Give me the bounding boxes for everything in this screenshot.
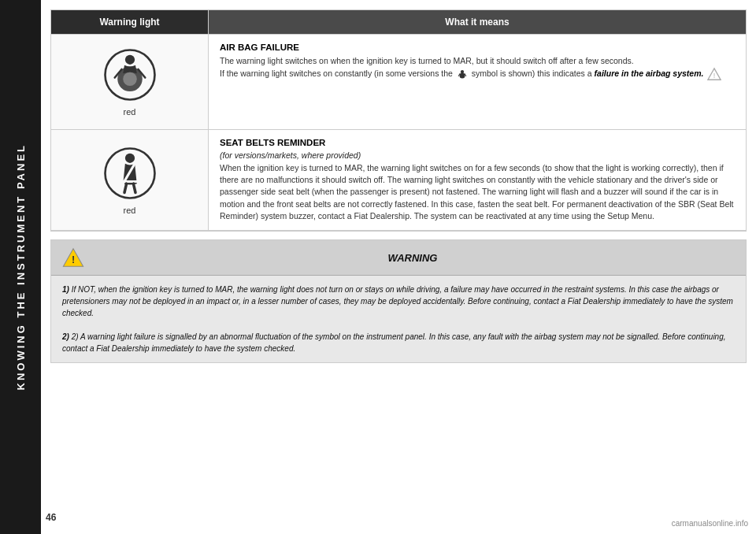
svg-point-1 xyxy=(124,55,134,65)
warning-body: 1) If NOT, when the ignition key is turn… xyxy=(51,276,746,362)
warning-box: ! WARNING 1) If NOT, when the ignition k… xyxy=(50,239,747,363)
warning-triangle-icon: ! xyxy=(62,247,84,269)
svg-point-5 xyxy=(123,72,137,87)
warning-body1: 1) If NOT, when the ignition key is turn… xyxy=(62,285,733,317)
warning-small-icon: ! xyxy=(707,67,721,81)
seatbelt-icon-label: red xyxy=(124,206,136,215)
seatbelt-body: When the ignition key is turned to MAR, … xyxy=(220,162,735,222)
svg-line-16 xyxy=(124,184,127,192)
svg-text:!: ! xyxy=(713,72,716,80)
warning-body2: 2) 2) A warning light failure is signall… xyxy=(62,332,726,353)
sidebar: KNOWING THE INSTRUMENT PANEL xyxy=(0,0,41,534)
airbag-body1: The warning light switches on when the i… xyxy=(220,56,634,65)
svg-point-13 xyxy=(124,153,134,162)
airbag-body2: If the warning light switches on constan… xyxy=(220,69,706,78)
svg-line-17 xyxy=(133,184,135,192)
table-row-airbag: red AIR BAG FAILURE The warning light sw… xyxy=(51,35,746,130)
icon-cell-airbag: red xyxy=(51,35,209,129)
info-table: Warning light What it means xyxy=(50,9,747,232)
warning-title: WARNING xyxy=(91,252,735,264)
airbag-icon xyxy=(102,47,158,102)
seatbelt-sub: (for versions/markets, where provided) xyxy=(220,150,735,160)
inline-airbag-icon xyxy=(457,69,468,80)
icon-cell-seatbelt: red xyxy=(51,130,209,230)
table-row-seatbelt: red SEAT BELTS REMINDER (for versions/ma… xyxy=(51,130,746,231)
airbag-body: The warning light switches on when the i… xyxy=(220,55,735,81)
seatbelt-icon xyxy=(102,146,158,201)
col-header-warning: Warning light xyxy=(51,10,209,34)
text-cell-seatbelt: SEAT BELTS REMINDER (for versions/market… xyxy=(209,130,746,230)
main-content: Warning light What it means xyxy=(41,0,756,534)
watermark: carmanualsonline.info xyxy=(672,519,748,528)
svg-text:!: ! xyxy=(72,254,75,265)
col-header-meaning: What it means xyxy=(209,10,746,34)
seatbelt-title: SEAT BELTS REMINDER xyxy=(220,138,735,147)
text-cell-airbag: AIR BAG FAILURE The warning light switch… xyxy=(209,35,746,129)
sidebar-label: KNOWING THE INSTRUMENT PANEL xyxy=(15,143,27,390)
table-header: Warning light What it means xyxy=(51,10,746,35)
airbag-highlight: failure in the airbag system. xyxy=(595,69,704,78)
page-number: 46 xyxy=(46,512,56,523)
warning-header: ! WARNING xyxy=(51,240,746,276)
airbag-title: AIR BAG FAILURE xyxy=(220,43,735,52)
airbag-icon-label: red xyxy=(124,107,136,117)
